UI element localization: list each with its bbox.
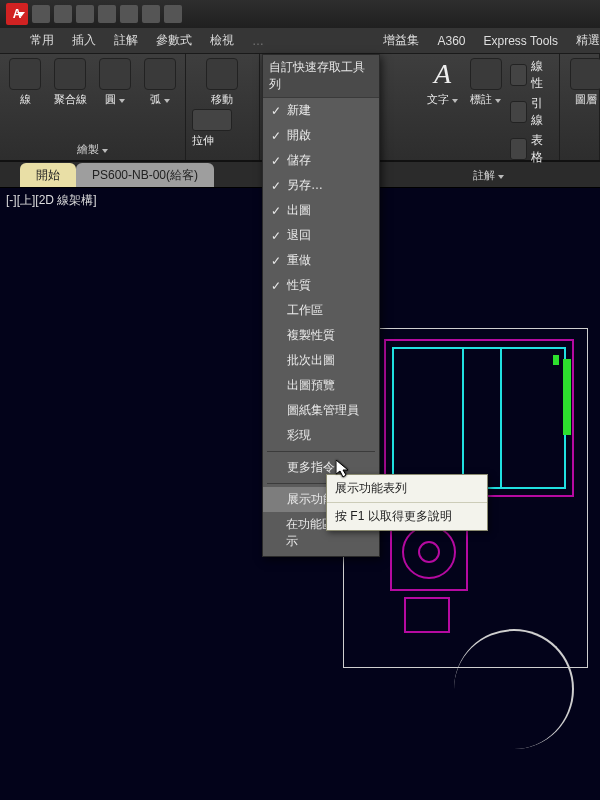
check-icon: ✓ [269, 179, 283, 193]
tool-label: 線 [20, 92, 31, 107]
check-icon: ✓ [269, 154, 283, 168]
check-icon: ✓ [269, 104, 283, 118]
tool-copy[interactable] [192, 109, 232, 131]
doc-tab-start[interactable]: 開始 [20, 163, 76, 187]
menu-item-label: 出圖預覽 [287, 377, 335, 394]
menu-item-open[interactable]: ✓開啟 [263, 123, 379, 148]
ribbon-panel-layer: 圖層 [560, 54, 600, 160]
menu-item-batchplot[interactable]: 批次出圖 [263, 348, 379, 373]
qat-icon[interactable] [120, 5, 138, 23]
menu-item[interactable]: 參數式 [156, 32, 192, 49]
qat-icon[interactable] [98, 5, 116, 23]
tool-dimension[interactable]: 標註 [467, 58, 504, 166]
menu-item-render[interactable]: 彩現 [263, 423, 379, 448]
menu-item-label: 圖紙集管理員 [287, 402, 359, 419]
menu-item-sheetset[interactable]: 圖紙集管理員 [263, 398, 379, 423]
menu-item-workspace[interactable]: 工作區 [263, 298, 379, 323]
menu-item-undo[interactable]: ✓退回 [263, 223, 379, 248]
app-logo[interactable]: A [6, 3, 28, 25]
tool-leader[interactable] [510, 101, 527, 123]
tool-linear[interactable] [510, 64, 527, 86]
menu-item[interactable]: 檢視 [210, 32, 234, 49]
menu-item-plotpreview[interactable]: 出圖預覽 [263, 373, 379, 398]
check-icon: ✓ [269, 279, 283, 293]
check-icon: ✓ [269, 204, 283, 218]
menu-item-label: 重做 [287, 252, 311, 269]
tooltip-help: 按 F1 以取得更多說明 [327, 503, 487, 530]
qat-icon[interactable] [32, 5, 50, 23]
tool-arc[interactable]: 弧 [140, 58, 179, 107]
menu-item-label: 工作區 [287, 302, 323, 319]
menu-item-new[interactable]: ✓新建 [263, 98, 379, 123]
tool-label: 文字 [427, 92, 458, 107]
qat-icon[interactable] [142, 5, 160, 23]
menu-item-hidden: … [252, 34, 264, 48]
tool-table[interactable] [510, 138, 527, 160]
menu-item-matchprop[interactable]: 複製性質 [263, 323, 379, 348]
menubar: 常用 插入 註解 參數式 檢視 … 增益集 A360 Express Tools… [0, 28, 600, 54]
menu-item-properties[interactable]: ✓性質 [263, 273, 379, 298]
tool-label: 拉伸 [192, 133, 253, 148]
menu-item-label: 彩現 [287, 427, 311, 444]
check-icon: ✓ [269, 229, 283, 243]
qat-icon[interactable] [54, 5, 72, 23]
qat-icon[interactable] [164, 5, 182, 23]
ribbon-panel-annotate: A文字 標註 線性 引線 表格 註解 [418, 54, 560, 160]
tool-label: 標註 [470, 92, 501, 107]
tool-label: 聚合線 [54, 92, 87, 107]
quick-access-toolbar: A [0, 0, 600, 28]
tool-line[interactable]: 線 [6, 58, 45, 107]
tool-label: 引線 [531, 95, 553, 129]
menu-item[interactable]: 註解 [114, 32, 138, 49]
doc-tab-file[interactable]: PS600-NB-00(給客) [76, 163, 214, 187]
tooltip: 展示功能表列 按 F1 以取得更多說明 [326, 474, 488, 531]
viewport-label[interactable]: [-][上][2D 線架構] [6, 192, 97, 209]
menu-item-save[interactable]: ✓儲存 [263, 148, 379, 173]
menu-item-label: 複製性質 [287, 327, 335, 344]
menu-item-label: 開啟 [287, 127, 311, 144]
tool-label: 圓 [105, 92, 125, 107]
menu-item-label: 批次出圖 [287, 352, 335, 369]
check-icon: ✓ [269, 129, 283, 143]
tool-label: 移動 [211, 92, 233, 107]
menu-item-saveas[interactable]: ✓另存… [263, 173, 379, 198]
menu-item[interactable]: 增益集 [383, 32, 419, 49]
menu-item-label: 儲存 [287, 152, 311, 169]
menu-item-label: 退回 [287, 227, 311, 244]
tool-text[interactable]: A文字 [424, 58, 461, 166]
cursor-icon [336, 460, 352, 480]
menu-item[interactable]: 常用 [30, 32, 54, 49]
ribbon-panel-draw: 線 聚合線 圓 弧 繪製 [0, 54, 186, 160]
ribbon-panel-modify: 移動 拉伸 [186, 54, 260, 160]
menu-item[interactable]: A360 [437, 34, 465, 48]
panel-label[interactable]: 繪製 [6, 142, 179, 160]
tool-label: 線性 [531, 58, 553, 92]
menu-item-label: 出圖 [287, 202, 311, 219]
tool-layer[interactable]: 圖層 [566, 58, 600, 107]
menu-item[interactable]: Express Tools [484, 34, 558, 48]
tool-move[interactable]: 移動 [192, 58, 252, 107]
menu-item-label: 新建 [287, 102, 311, 119]
menu-item-label: 另存… [287, 177, 323, 194]
menu-separator [267, 451, 375, 452]
menu-title: 自訂快速存取工具列 [263, 55, 379, 98]
menu-item[interactable]: 精選 [576, 32, 600, 49]
check-icon: ✓ [269, 254, 283, 268]
menu-item-label: 性質 [287, 277, 311, 294]
qat-icon[interactable] [76, 5, 94, 23]
tool-label: 弧 [150, 92, 170, 107]
menu-item-plot[interactable]: ✓出圖 [263, 198, 379, 223]
tool-polyline[interactable]: 聚合線 [51, 58, 90, 107]
svg-marker-0 [336, 460, 348, 477]
tool-label: 表格 [531, 132, 553, 166]
menu-item[interactable]: 插入 [72, 32, 96, 49]
panel-label[interactable]: 註解 [424, 168, 553, 186]
tool-label: 圖層 [575, 92, 597, 107]
tool-circle[interactable]: 圓 [96, 58, 135, 107]
menu-item-redo[interactable]: ✓重做 [263, 248, 379, 273]
